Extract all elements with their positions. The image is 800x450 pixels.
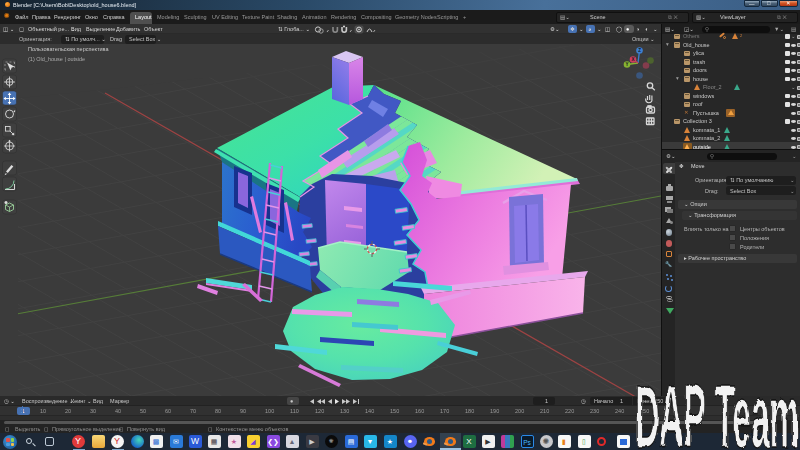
- svg-text:X: X: [631, 57, 634, 62]
- svg-text:Z: Z: [638, 48, 641, 53]
- svg-text:Y: Y: [625, 62, 628, 67]
- svg-text:DAP Team: DAP Team: [635, 378, 799, 450]
